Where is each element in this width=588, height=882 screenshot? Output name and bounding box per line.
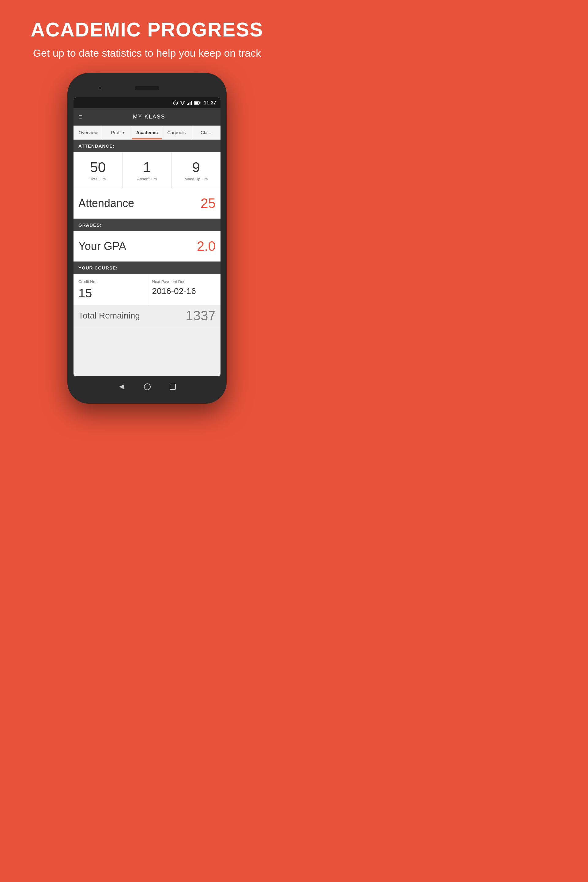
phone-speaker bbox=[135, 86, 159, 90]
absent-hrs-number: 1 bbox=[126, 159, 168, 176]
partial-label: Total Remaining bbox=[78, 311, 140, 321]
signal-icon bbox=[187, 101, 192, 105]
credit-hrs-cell-value: 15 bbox=[78, 286, 142, 300]
partial-value: 1337 bbox=[186, 308, 216, 323]
next-payment-cell-label: Next Payment Due bbox=[152, 279, 216, 284]
total-hrs-cell: 50 Total Hrs bbox=[74, 152, 123, 188]
tab-overview[interactable]: Overview bbox=[74, 126, 103, 140]
partial-section: Total Remaining 1337 bbox=[74, 305, 220, 327]
attendance-metric-row: Attendance 25 bbox=[74, 188, 220, 219]
back-button[interactable] bbox=[118, 383, 125, 390]
attendance-metric-label: Attendance bbox=[78, 197, 134, 210]
gpa-metric-label: Your GPA bbox=[78, 240, 126, 253]
gpa-metric-row: Your GPA 2.0 bbox=[74, 231, 220, 261]
blocked-icon bbox=[173, 100, 178, 105]
phone-shell: 11:37 ≡ MY KLASS Overview Profile Academ… bbox=[68, 73, 226, 404]
status-icons: 11:37 bbox=[173, 100, 216, 106]
next-payment-cell: Next Payment Due 2016-02-16 bbox=[147, 274, 221, 305]
course-section: Credit Hrs 15 Next Payment Due 2016-02-1… bbox=[74, 274, 220, 305]
app-title: MY KLASS bbox=[82, 114, 216, 120]
home-button[interactable] bbox=[144, 383, 151, 390]
svg-rect-2 bbox=[187, 104, 188, 105]
svg-rect-3 bbox=[188, 103, 189, 105]
phone-top-bezel bbox=[74, 79, 220, 98]
recent-apps-button[interactable] bbox=[170, 383, 176, 390]
page-title: ACADEMIC PROGRESS bbox=[31, 18, 263, 41]
attendance-stats: 50 Total Hrs 1 Absent Hrs 9 Make Up Hrs bbox=[74, 152, 220, 188]
course-header: YOUR COURSE: bbox=[74, 261, 220, 274]
tab-cla[interactable]: Cla... bbox=[191, 126, 220, 140]
makeup-hrs-number: 9 bbox=[175, 159, 218, 176]
hamburger-icon[interactable]: ≡ bbox=[78, 114, 82, 120]
svg-marker-9 bbox=[119, 384, 124, 389]
svg-rect-4 bbox=[190, 102, 190, 105]
attendance-header: ATTENDANCE: bbox=[74, 140, 220, 152]
svg-rect-8 bbox=[200, 102, 201, 104]
phone-camera bbox=[98, 86, 102, 90]
battery-icon bbox=[194, 101, 201, 105]
next-payment-cell-value: 2016-02-16 bbox=[152, 286, 216, 296]
course-row: Credit Hrs 15 Next Payment Due 2016-02-1… bbox=[74, 274, 220, 305]
grades-header: GRADES: bbox=[74, 219, 220, 231]
total-hrs-label: Total Hrs bbox=[76, 177, 119, 181]
credit-hrs-cell: Credit Hrs 15 bbox=[74, 274, 147, 305]
tab-academic[interactable]: Academic bbox=[132, 126, 162, 140]
svg-line-1 bbox=[174, 101, 177, 104]
absent-hrs-label: Absent Hrs bbox=[126, 177, 168, 181]
app-bar: ≡ MY KLASS bbox=[74, 108, 220, 126]
absent-hrs-cell: 1 Absent Hrs bbox=[123, 152, 171, 188]
gpa-metric-value: 2.0 bbox=[197, 238, 216, 254]
tab-carpools[interactable]: Carpools bbox=[162, 126, 191, 140]
total-hrs-number: 50 bbox=[76, 159, 119, 176]
svg-rect-11 bbox=[170, 384, 176, 390]
tabs-container: Overview Profile Academic Carpools Cla..… bbox=[74, 126, 220, 140]
makeup-hrs-cell: 9 Make Up Hrs bbox=[172, 152, 220, 188]
svg-rect-5 bbox=[191, 101, 192, 105]
wifi-icon bbox=[180, 101, 185, 105]
page-subtitle: Get up to date statistics to help you ke… bbox=[31, 46, 263, 61]
status-bar: 11:37 bbox=[74, 98, 220, 108]
status-time: 11:37 bbox=[204, 100, 216, 106]
attendance-metric-value: 25 bbox=[201, 196, 216, 211]
phone-bottom-bezel bbox=[74, 376, 220, 398]
makeup-hrs-label: Make Up Hrs bbox=[175, 177, 218, 181]
credit-hrs-cell-label: Credit Hrs bbox=[78, 279, 142, 284]
screen-content: ATTENDANCE: 50 Total Hrs 1 Absent Hrs 9 … bbox=[74, 140, 220, 376]
svg-point-10 bbox=[144, 384, 150, 390]
phone-screen: 11:37 ≡ MY KLASS Overview Profile Academ… bbox=[74, 98, 220, 376]
tab-profile[interactable]: Profile bbox=[103, 126, 132, 140]
svg-rect-7 bbox=[195, 102, 198, 104]
